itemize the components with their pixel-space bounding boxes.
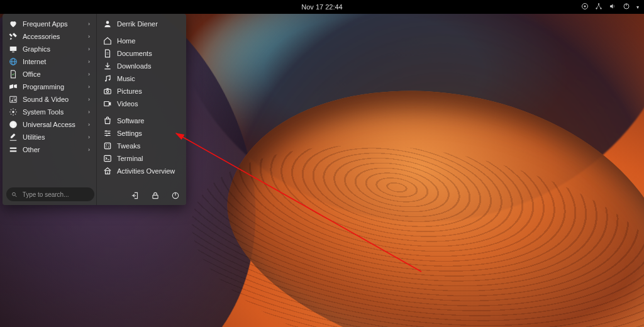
category-accessories[interactable]: Accessories ›: [3, 30, 96, 43]
tray-app-icon[interactable]: [581, 3, 589, 11]
svg-point-19: [105, 80, 106, 81]
place-label: Documents: [117, 50, 180, 57]
place-label: Music: [117, 75, 180, 82]
network-icon[interactable]: [595, 3, 602, 11]
sliders-icon: [103, 129, 112, 138]
category-label: Accessories: [23, 33, 83, 40]
shortcut-software[interactable]: Software: [97, 114, 186, 127]
chevron-right-icon: ›: [88, 71, 90, 77]
place-videos[interactable]: Videos: [97, 97, 186, 110]
svg-point-17: [13, 122, 14, 123]
category-label: Programming: [23, 83, 83, 91]
svg-rect-35: [153, 195, 158, 198]
category-universal-access[interactable]: Universal Access ›: [3, 118, 96, 131]
chevron-right-icon: ›: [88, 134, 90, 140]
category-label: Internet: [23, 58, 83, 65]
category-label: Sound & Video: [23, 96, 83, 103]
category-label: System Tools: [23, 108, 83, 116]
category-sound-video[interactable]: Sound & Video ›: [3, 93, 96, 106]
chevron-down-icon[interactable]: ▾: [636, 4, 639, 10]
shortcut-terminal[interactable]: Terminal: [97, 152, 186, 165]
category-graphics[interactable]: Graphics ›: [3, 43, 96, 55]
place-label: Downloads: [117, 62, 180, 70]
svg-rect-23: [106, 88, 109, 89]
place-downloads[interactable]: Downloads: [97, 60, 186, 72]
shortcut-activities-overview[interactable]: Activities Overview: [97, 165, 186, 177]
svg-point-25: [106, 130, 107, 131]
user-name: Derrik Diener: [117, 20, 180, 28]
chevron-right-icon: ›: [88, 33, 90, 40]
volume-icon[interactable]: [609, 3, 616, 11]
document-icon: [103, 49, 112, 58]
logout-button[interactable]: [130, 190, 141, 201]
power-button[interactable]: [170, 190, 181, 201]
power-icon[interactable]: [623, 3, 630, 11]
shortcut-label: Terminal: [117, 155, 180, 162]
gear-icon: [9, 108, 18, 116]
category-internet[interactable]: Internet ›: [3, 55, 96, 68]
search-icon: [11, 191, 18, 198]
tweaks-icon: [103, 141, 112, 150]
category-label: Other: [23, 146, 83, 153]
menu-places-column: Derrik Diener Home Documents Downloads M…: [97, 14, 186, 205]
shortcut-label: Activities Overview: [117, 167, 180, 175]
place-documents[interactable]: Documents: [97, 47, 186, 60]
shopping-bag-icon: [103, 116, 112, 125]
accessories-icon: [9, 32, 18, 41]
svg-point-29: [106, 144, 107, 145]
shortcut-settings[interactable]: Settings: [97, 127, 186, 140]
menu-categories-column: Frequent Apps › Accessories › Graphics ›…: [3, 14, 97, 205]
svg-point-33: [13, 192, 16, 196]
category-label: Office: [23, 70, 83, 78]
place-label: Home: [117, 37, 180, 45]
chevron-right-icon: ›: [88, 46, 90, 52]
svg-rect-7: [10, 47, 17, 51]
place-pictures[interactable]: Pictures: [97, 85, 186, 97]
svg-rect-21: [104, 89, 111, 94]
category-programming[interactable]: Programming ›: [3, 80, 96, 93]
shortcut-label: Tweaks: [117, 142, 180, 150]
search-input[interactable]: [21, 191, 89, 199]
place-label: Pictures: [117, 87, 180, 95]
svg-point-26: [108, 133, 109, 134]
graphics-icon: [9, 45, 18, 53]
category-label: Universal Access: [23, 121, 83, 128]
svg-point-1: [584, 6, 586, 8]
shortcut-label: Software: [117, 117, 180, 125]
category-office[interactable]: Office ›: [3, 68, 96, 80]
home-icon: [103, 36, 112, 45]
shortcut-tweaks[interactable]: Tweaks: [97, 140, 186, 152]
grid-icon: [103, 167, 112, 175]
category-utilities[interactable]: Utilities ›: [3, 131, 96, 143]
category-other[interactable]: Other ›: [3, 143, 96, 156]
category-system-tools[interactable]: System Tools ›: [3, 106, 96, 118]
category-label: Frequent Apps: [23, 20, 83, 28]
chevron-right-icon: ›: [88, 58, 90, 65]
user-row[interactable]: Derrik Diener: [97, 18, 186, 30]
avatar-icon: [103, 19, 112, 28]
clock[interactable]: Nov 17 22:44: [301, 3, 342, 11]
utilities-icon: [9, 133, 18, 141]
camera-icon: [103, 87, 112, 96]
place-music[interactable]: Music: [97, 72, 186, 85]
menu-search[interactable]: [6, 187, 94, 201]
download-icon: [103, 62, 112, 70]
svg-point-18: [106, 21, 109, 24]
lock-button[interactable]: [150, 190, 161, 201]
globe-icon: [9, 57, 18, 66]
arc-menu-panel: Frequent Apps › Accessories › Graphics ›…: [3, 14, 186, 205]
category-label: Utilities: [23, 133, 83, 141]
heart-icon: [9, 19, 18, 28]
shortcut-label: Settings: [117, 130, 180, 137]
category-frequent-apps[interactable]: Frequent Apps ›: [3, 18, 96, 30]
category-label: Graphics: [23, 45, 83, 53]
place-home[interactable]: Home: [97, 35, 186, 47]
svg-rect-8: [12, 52, 14, 52]
accessibility-icon: [9, 120, 18, 129]
sound-video-icon: [9, 95, 18, 104]
chevron-right-icon: ›: [88, 84, 90, 90]
svg-point-13: [11, 100, 13, 101]
session-buttons: [130, 190, 181, 201]
video-icon: [103, 99, 112, 108]
svg-point-20: [109, 79, 110, 80]
